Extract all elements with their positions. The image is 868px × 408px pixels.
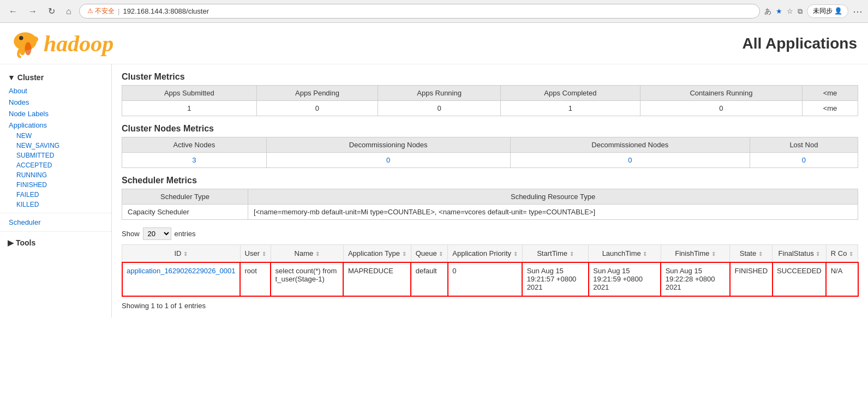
browser-chrome: ← → ↻ ⌂ ⚠ 不安全 | 192.168.144.3:8088/clust…: [0, 0, 868, 23]
sort-icon-launch-time: ⇕: [643, 251, 647, 257]
sort-icon-name: ⇕: [315, 251, 320, 257]
val-lost-nodes: 0: [750, 153, 858, 168]
sort-icon-queue: ⇕: [439, 251, 443, 257]
cell-queue: default: [411, 262, 448, 296]
sidebar-link-killed[interactable]: KILLED: [0, 200, 111, 209]
col-scheduling-resource: Scheduling Resource Type: [248, 189, 858, 205]
th-launch-time[interactable]: LaunchTime ⇕: [589, 245, 661, 262]
cell-finish-time: Sun Aug 15 19:22:28 +0800 2021: [661, 262, 730, 296]
th-app-priority[interactable]: Application Priority ⇕: [448, 245, 522, 262]
page-title: All Applications: [742, 35, 857, 52]
cell-priority: 0: [448, 262, 522, 296]
sort-icon-r-co: ⇕: [849, 251, 853, 257]
cell-final-status: SUCCEEDED: [773, 262, 827, 296]
sidebar: ▼ Cluster About Nodes Node Labels Applic…: [0, 64, 112, 317]
sort-icon-final-status: ⇕: [816, 251, 820, 257]
val-apps-completed: 1: [500, 101, 640, 116]
col-apps-submitted: Apps Submitted: [122, 86, 257, 101]
sort-icon-app-priority: ⇕: [513, 251, 518, 257]
sidebar-link-scheduler[interactable]: Scheduler: [0, 217, 111, 228]
applications-table: ID ⇕ User ⇕ Name ⇕ Application Type ⇕ Qu…: [122, 244, 858, 296]
col-decommissioning-nodes: Decommissioning Nodes: [266, 137, 510, 153]
val-overflow: <me: [802, 101, 858, 116]
tools-label: Tools: [16, 238, 35, 247]
val-decommissioned-nodes: 0: [510, 153, 750, 168]
refresh-button[interactable]: ↻: [45, 5, 58, 17]
sort-icon-finish-time: ⇕: [711, 251, 716, 257]
app-wrapper: ▼ Cluster About Nodes Node Labels Applic…: [0, 64, 868, 317]
th-user[interactable]: User ⇕: [240, 245, 271, 262]
th-id[interactable]: ID ⇕: [122, 245, 241, 262]
cluster-nodes-metrics-title: Cluster Nodes Metrics: [122, 124, 858, 134]
col-containers-running: Containers Running: [640, 86, 802, 101]
sidebar-link-submitted[interactable]: SUBMITTED: [0, 151, 111, 160]
sidebar-link-new[interactable]: NEW: [0, 131, 111, 141]
svg-point-4: [28, 36, 38, 43]
browser-actions: あ ★ ☆ ⧉ 未同步 👤 ⋯: [764, 4, 863, 18]
sidebar-link-nodes[interactable]: Nodes: [0, 97, 111, 108]
page-header: hadoop All Applications: [0, 23, 868, 64]
sidebar-link-node-labels[interactable]: Node Labels: [0, 108, 111, 119]
address-bar: ⚠ 不安全 | 192.168.144.3:8088/cluster: [79, 4, 760, 19]
sort-icon-start-time: ⇕: [570, 251, 574, 257]
cell-state: FINISHED: [730, 262, 773, 296]
th-r-co[interactable]: R Co ⇕: [826, 245, 858, 262]
home-button[interactable]: ⌂: [63, 5, 75, 17]
cell-name: select count(*) from t_user(Stage-1): [271, 262, 343, 296]
hadoop-logo-text: hadoop: [44, 31, 113, 57]
svg-point-1: [19, 42, 26, 55]
sort-icon-user: ⇕: [262, 251, 266, 257]
sidebar-link-failed[interactable]: FAILED: [0, 190, 111, 200]
cluster-nodes-metrics-table: Active Nodes Decommissioning Nodes Decom…: [122, 137, 858, 168]
sidebar-link-accepted[interactable]: ACCEPTED: [0, 160, 111, 170]
showing-text: Showing 1 to 1 of 1 entries: [122, 302, 858, 310]
sort-icon-id: ⇕: [183, 251, 188, 257]
show-entries: Show 10 20 25 50 100 entries: [122, 227, 858, 240]
nav-forward-button[interactable]: →: [25, 5, 40, 17]
cell-r-co: N/A: [826, 262, 858, 296]
val-scheduling-resource: [<name=memory-mb default-unit=Mi type=CO…: [248, 205, 858, 220]
th-state[interactable]: State ⇕: [730, 245, 773, 262]
col-active-nodes: Active Nodes: [122, 137, 267, 153]
hadoop-logo: hadoop: [11, 28, 113, 58]
tools-arrow-icon: ▶: [8, 238, 14, 247]
cluster-metrics-title: Cluster Metrics: [122, 72, 858, 82]
cell-app-type: MAPREDUCE: [343, 262, 411, 296]
sidebar-link-applications[interactable]: Applications: [0, 119, 111, 131]
scheduler-metrics-title: Scheduler Metrics: [122, 176, 858, 185]
sidebar-link-new-saving[interactable]: NEW_SAVING: [0, 141, 111, 151]
cell-launch-time: Sun Aug 15 19:21:59 +0800 2021: [589, 262, 661, 296]
val-active-nodes: 3: [122, 153, 267, 168]
th-app-type[interactable]: Application Type ⇕: [343, 245, 411, 262]
sidebar-link-finished[interactable]: FINISHED: [0, 180, 111, 190]
col-decommissioned-nodes: Decommissioned Nodes: [510, 137, 750, 153]
sidebar-link-running[interactable]: RUNNING: [0, 170, 111, 180]
th-start-time[interactable]: StartTime ⇕: [522, 245, 589, 262]
cluster-section-header[interactable]: ▼ Cluster: [0, 70, 111, 85]
sidebar-link-about[interactable]: About: [0, 85, 111, 97]
th-finish-time[interactable]: FinishTime ⇕: [661, 245, 730, 262]
cell-start-time: Sun Aug 15 19:21:57 +0800 2021: [522, 262, 589, 296]
entries-select[interactable]: 10 20 25 50 100: [143, 227, 171, 240]
elephant-icon: [11, 28, 44, 58]
tools-section-header[interactable]: ▶ Tools: [0, 235, 111, 250]
cell-user: root: [240, 262, 271, 296]
col-apps-running: Apps Running: [378, 86, 500, 101]
nav-back-button[interactable]: ←: [5, 5, 21, 17]
url-text: 192.168.144.3:8088/cluster: [123, 7, 209, 15]
col-overflow: <me: [802, 86, 858, 101]
val-decommissioning-nodes: 0: [266, 153, 510, 168]
th-queue[interactable]: Queue ⇕: [411, 245, 448, 262]
val-apps-submitted: 1: [122, 101, 257, 116]
cell-id: application_1629026229026_0001: [122, 262, 241, 296]
security-label: ⚠ 不安全: [87, 7, 115, 16]
entries-label: entries: [175, 230, 196, 238]
app-id-link[interactable]: application_1629026229026_0001: [127, 267, 236, 275]
sync-button[interactable]: 未同步 👤: [807, 4, 848, 18]
sort-icon-app-type: ⇕: [402, 251, 406, 257]
val-apps-running: 0: [378, 101, 500, 116]
svg-point-3: [19, 36, 23, 40]
col-apps-completed: Apps Completed: [500, 86, 640, 101]
th-final-status[interactable]: FinalStatus ⇕: [773, 245, 827, 262]
th-name[interactable]: Name ⇕: [271, 245, 343, 262]
